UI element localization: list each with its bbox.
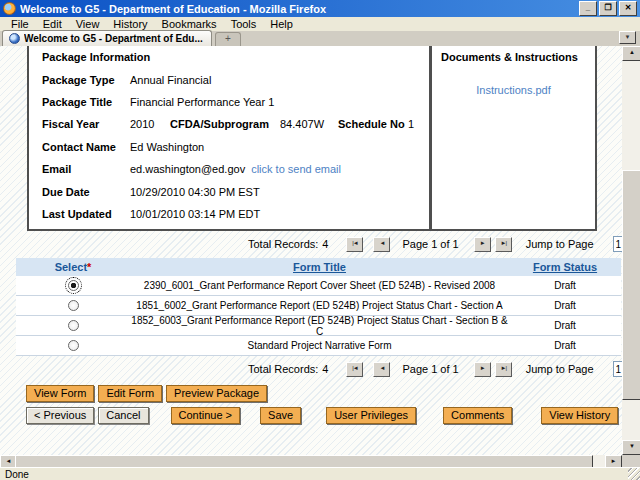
total-records-value: 4 [322,238,328,250]
previous-page-icon[interactable]: ◄ [373,362,390,377]
vertical-scrollbar-thumb[interactable] [622,170,640,400]
user-privileges-button[interactable]: User Privileges [326,407,416,424]
menu-history[interactable]: History [106,17,154,31]
due-date-value: 10/29/2010 04:30 PM EST [130,186,260,198]
total-records-label: Total Records: [248,363,318,375]
select-column-header: Select* [16,261,130,273]
page-indicator: Page 1 of 1 [402,363,458,375]
new-tab-button[interactable]: + [215,32,241,46]
restore-icon[interactable]: ❐ [599,1,617,16]
form-title-column-header[interactable]: Form Title [130,261,509,273]
form-title-cell: 2390_6001_Grant Performance Report Cover… [130,280,509,291]
total-records-label: Total Records: [248,238,318,250]
tab-welcome-g5[interactable]: Welcome to G5 - Department of Edu... [2,30,212,46]
resize-grip[interactable] [628,468,640,480]
form-title-cell: Standard Project Narrative Form [130,340,509,351]
page-indicator: Page 1 of 1 [402,238,458,250]
next-page-icon[interactable]: ► [474,362,491,377]
previous-button[interactable]: < Previous [26,407,94,424]
cfda-value: 84.407W [280,118,338,130]
last-updated-row: Last Updated 10/01/2010 03:14 PM EDT [42,208,423,220]
package-type-value: Annual Financial [130,74,211,86]
form-status-cell: Draft [509,280,621,291]
last-updated-label: Last Updated [42,208,130,220]
form-title-cell: 1852_6003_Grant Performance Report (ED 5… [130,315,509,337]
forms-table-header: Select* Form Title Form Status [16,258,621,276]
navigation-actions-row: < Previous Cancel Continue > Save User P… [26,407,618,424]
jump-to-page-input[interactable] [613,236,622,252]
jump-to-page-label: Jump to Page [526,238,594,250]
view-form-button[interactable]: View Form [26,385,94,402]
package-information-panel: Package Information Package Type Annual … [27,46,431,231]
select-form-radio[interactable] [68,320,79,331]
save-button[interactable]: Save [260,407,301,424]
window-title: Welcome to G5 - Department of Education … [20,3,577,15]
select-form-radio[interactable] [68,280,79,291]
menu-file[interactable]: File [4,17,36,31]
instructions-pdf-link[interactable]: Instructions.pdf [432,84,595,96]
menu-tools[interactable]: Tools [224,17,264,31]
required-asterisk: * [87,261,91,273]
vertical-scrollbar[interactable]: ▲ ▼ [622,46,640,455]
tab-favicon-globe-icon [9,33,20,44]
jump-to-page-label: Jump to Page [526,363,594,375]
form-actions-row: View Form Edit Form Preview Package [26,385,267,402]
send-email-link[interactable]: click to send email [251,163,341,175]
package-title-label: Package Title [42,96,130,108]
firefox-icon [3,2,16,15]
pagination-bottom: Total Records: 4 |◄ ◄ Page 1 of 1 ► ►| J… [248,361,622,377]
page-content: Package Information Package Type Annual … [0,46,622,455]
forms-table: Select* Form Title Form Status 2390_6001… [16,258,621,356]
pagination-top: Total Records: 4 |◄ ◄ Page 1 of 1 ► ►| J… [248,236,622,252]
menu-view[interactable]: View [69,17,107,31]
due-date-label: Due Date [42,186,130,198]
tab-label: Welcome to G5 - Department of Edu... [24,33,203,44]
table-row: 1852_6003_Grant Performance Report (ED 5… [16,316,621,336]
scroll-up-icon[interactable]: ▲ [622,46,640,61]
next-page-icon[interactable]: ► [474,237,491,252]
menu-bookmarks[interactable]: Bookmarks [155,17,224,31]
fiscal-year-row: Fiscal Year 2010 CFDA/Subprogram 84.407W… [42,118,423,130]
last-page-icon[interactable]: ►| [495,362,512,377]
last-updated-value: 10/01/2010 03:14 PM EDT [130,208,260,220]
jump-to-page-input[interactable] [613,361,622,377]
form-status-cell: Draft [509,320,621,331]
table-row: 1851_6002_Grant Performance Report (ED 5… [16,296,621,316]
previous-page-icon[interactable]: ◄ [373,237,390,252]
tab-bar: Welcome to G5 - Department of Edu... + ▼ [0,31,640,47]
last-page-icon[interactable]: ►| [495,237,512,252]
edit-form-button[interactable]: Edit Form [98,385,162,402]
due-date-row: Due Date 10/29/2010 04:30 PM EST [42,186,423,198]
package-type-row: Package Type Annual Financial [42,74,423,86]
form-status-column-header[interactable]: Form Status [509,261,621,273]
fiscal-year-value: 2010 [130,118,170,130]
menu-help[interactable]: Help [263,17,300,31]
scroll-down-icon[interactable]: ▼ [622,440,640,455]
view-history-button[interactable]: View History [541,407,618,424]
close-icon[interactable]: ✕ [619,1,637,16]
contact-name-row: Contact Name Ed Washington [42,141,423,153]
form-status-cell: Draft [509,340,621,351]
schedule-no-label: Schedule No [338,118,408,130]
continue-button[interactable]: Continue > [171,407,241,424]
fiscal-year-label: Fiscal Year [42,118,130,130]
schedule-no-value: 1 [408,118,414,130]
cfda-label: CFDA/Subprogram [170,118,280,130]
minimize-icon[interactable]: _ [579,1,597,16]
form-status-cell: Draft [509,300,621,311]
documents-instructions-panel: Documents & Instructions Instructions.pd… [430,46,597,231]
comments-button[interactable]: Comments [443,407,512,424]
contact-name-value: Ed Washington [130,141,204,153]
first-page-icon[interactable]: |◄ [346,237,363,252]
select-form-radio[interactable] [68,340,79,351]
title-bar: Welcome to G5 - Department of Education … [0,0,640,17]
menu-edit[interactable]: Edit [36,17,69,31]
total-records-value: 4 [322,363,328,375]
first-page-icon[interactable]: |◄ [346,362,363,377]
preview-package-button[interactable]: Preview Package [166,385,267,402]
cancel-button[interactable]: Cancel [98,407,148,424]
select-form-radio[interactable] [68,300,79,311]
status-bar: Done [0,467,640,480]
package-title-value: Financial Performance Year 1 [130,96,274,108]
list-all-tabs-icon[interactable]: ▼ [619,31,636,44]
